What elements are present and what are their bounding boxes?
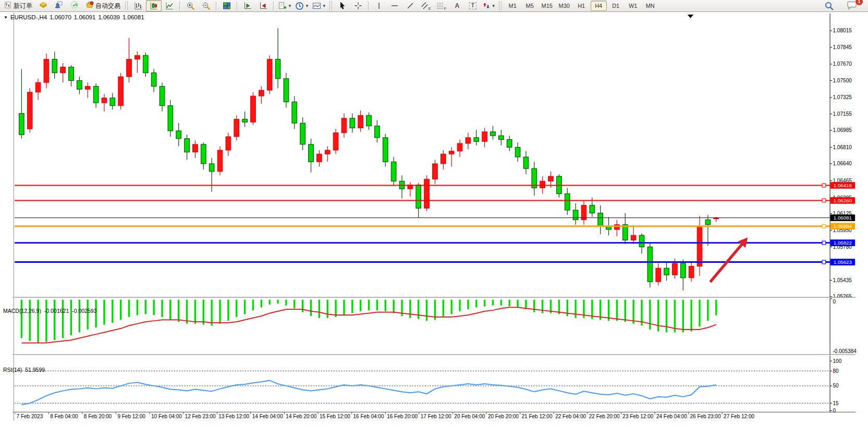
timeframe-m15[interactable]: M15 — [539, 1, 555, 11]
autotrading-button[interactable]: 自动交易 — [82, 0, 124, 11]
price-badges: 1.064161.062601.060811.059941.058221.056… — [830, 182, 855, 265]
profile-button[interactable] — [51, 0, 67, 11]
timeframe-w1[interactable]: W1 — [625, 1, 641, 11]
timeframe-m5[interactable]: M5 — [522, 1, 538, 11]
equidistant-channel-button[interactable]: E — [418, 0, 434, 11]
svg-text:0: 0 — [833, 299, 836, 305]
zoom-out-button[interactable] — [198, 0, 214, 11]
search-button[interactable] — [821, 0, 837, 11]
clock-icon — [295, 2, 304, 10]
svg-text:14 Feb 04:00: 14 Feb 04:00 — [252, 414, 283, 419]
chart-shift-button[interactable] — [255, 0, 271, 11]
channel-icon — [421, 2, 429, 10]
toolbar-right-group: 1 — [821, 0, 868, 11]
new-order-button[interactable]: 新订单 — [1, 0, 35, 11]
rsi-panel: 1008050150 — [15, 358, 842, 414]
chevron-down-icon: ▼ — [322, 4, 326, 8]
svg-text:100: 100 — [833, 358, 841, 364]
notifications-button[interactable]: 1 — [844, 0, 860, 11]
autotrading-label: 自动交易 — [95, 2, 120, 10]
svg-text:15: 15 — [833, 400, 839, 406]
svg-text:13 Feb 12:00: 13 Feb 12:00 — [218, 414, 249, 419]
candlestick-chart-button[interactable] — [146, 0, 162, 11]
price-line[interactable] — [15, 184, 830, 187]
svg-text:1.06260: 1.06260 — [834, 198, 852, 203]
svg-text:8 Feb 20:00: 8 Feb 20:00 — [84, 414, 112, 419]
macd-name: MACD(12,26,9) — [3, 308, 41, 314]
arrows-tool-button[interactable]: ▼ — [481, 0, 497, 11]
timeframe-d1[interactable]: D1 — [608, 1, 624, 11]
line-chart-icon — [165, 2, 174, 10]
svg-text:1.08015: 1.08015 — [833, 28, 852, 33]
tile-windows-button[interactable] — [219, 0, 235, 11]
svg-text:1.06810: 1.06810 — [833, 144, 852, 150]
macd-indicator-label: MACD(12,26,9) -0.001621 -0.002593 — [3, 308, 97, 314]
chart-canvas[interactable]: 1.080151.078451.076701.075001.073251.071… — [0, 13, 868, 437]
cursor-button[interactable] — [335, 0, 350, 11]
text-tool-button[interactable]: A — [449, 0, 465, 11]
auto-scroll-icon — [243, 2, 252, 10]
zoom-in-button[interactable] — [182, 0, 198, 11]
trend-arrow[interactable] — [710, 237, 748, 282]
svg-text:23 Feb 12:00: 23 Feb 12:00 — [622, 414, 653, 419]
add-indicator-icon — [278, 2, 287, 10]
trendline-button[interactable] — [402, 0, 418, 11]
macd-signal-line — [21, 307, 716, 343]
svg-text:24 Feb 04:00: 24 Feb 04:00 — [656, 414, 687, 419]
horizontal-line-icon — [390, 2, 399, 10]
bar-chart-button[interactable] — [130, 0, 146, 11]
svg-text:21 Feb 12:00: 21 Feb 12:00 — [522, 414, 553, 419]
timeframe-m1[interactable]: M1 — [505, 1, 521, 11]
yellow-box-icon — [39, 1, 47, 11]
timeframe-h1[interactable]: H1 — [573, 1, 590, 11]
templates-button[interactable]: ▼ — [311, 0, 328, 11]
svg-text:1.05623: 1.05623 — [834, 259, 852, 265]
timeframe-m30[interactable]: M30 — [556, 1, 572, 11]
line-chart-button[interactable] — [162, 0, 177, 11]
svg-text:17 Feb 12:00: 17 Feb 12:00 — [421, 414, 451, 419]
vertical-line-button[interactable] — [371, 0, 387, 11]
notification-badge: 1 — [855, 0, 863, 6]
rsi-value: 51.9599 — [25, 367, 45, 373]
svg-text:10 Feb 04:00: 10 Feb 04:00 — [151, 414, 182, 419]
svg-text:16 Feb 20:00: 16 Feb 20:00 — [387, 414, 418, 419]
price-line[interactable] — [15, 260, 830, 264]
svg-text:9 Feb 12:00: 9 Feb 12:00 — [117, 414, 145, 419]
chart-shift-marker[interactable] — [688, 15, 694, 18]
vertical-line-icon — [375, 2, 383, 10]
periods-button[interactable]: ▼ — [294, 0, 311, 11]
symbol-dropdown-icon[interactable]: ▼ — [4, 15, 8, 20]
fibonacci-icon — [436, 2, 444, 10]
auto-scroll-button[interactable] — [240, 0, 255, 11]
timeframe-h4[interactable]: H4 — [591, 1, 607, 11]
candlesticks — [19, 28, 718, 290]
toolbar-separator — [368, 2, 369, 10]
timeframe-mn[interactable]: MN — [642, 1, 658, 11]
svg-text:1.06081: 1.06081 — [834, 215, 852, 221]
price-line[interactable] — [15, 199, 830, 202]
fibonacci-button[interactable]: F — [434, 0, 449, 11]
chevron-down-icon: ▼ — [305, 4, 309, 8]
ohlc-open: 1.06070 — [50, 14, 71, 20]
svg-text:1.07845: 1.07845 — [833, 44, 852, 50]
svg-text:22 Feb 20:00: 22 Feb 20:00 — [589, 414, 620, 419]
svg-text:1.07500: 1.07500 — [833, 78, 852, 83]
new-chart-button[interactable] — [35, 0, 51, 11]
autotrading-icon — [85, 1, 94, 11]
svg-text:16 Feb 04:00: 16 Feb 04:00 — [353, 414, 384, 419]
chart-type-group — [130, 0, 177, 11]
crosshair-button[interactable] — [350, 0, 366, 11]
add-indicator-button[interactable]: ▼ — [276, 0, 294, 11]
macd-panel: 0-0.005384 — [21, 299, 857, 355]
svg-text:15 Feb 12:00: 15 Feb 12:00 — [320, 414, 350, 419]
svg-text:7 Feb 2023: 7 Feb 2023 — [17, 414, 43, 419]
new-order-label: 新订单 — [14, 2, 32, 10]
svg-text:1.06985: 1.06985 — [833, 127, 852, 133]
signals-button[interactable] — [67, 0, 82, 11]
drawing-tools-group: E F A T ▼ — [371, 0, 497, 11]
svg-text:1.07670: 1.07670 — [833, 61, 852, 67]
chart-shift-icon — [259, 2, 267, 10]
horizontal-line-button[interactable] — [387, 0, 402, 11]
symbol-period: EURUSD-,H4 — [10, 14, 47, 20]
text-label-button[interactable]: T — [465, 0, 481, 11]
